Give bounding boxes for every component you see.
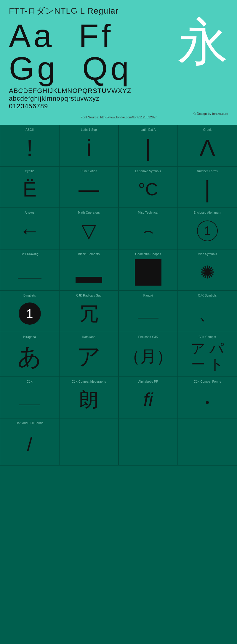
- grid-section: ASCII ! Latin 1 Sup i Latin Ext A | Gree…: [0, 125, 237, 466]
- geo-square: [135, 259, 161, 286]
- sym-katakana: ア: [62, 341, 116, 372]
- cell-katakana: Katakana ア: [59, 332, 118, 377]
- sym-empty1: [62, 424, 116, 461]
- sym-cyrillic: Ë: [3, 175, 57, 203]
- cell-cjkradicals: CJK Radicals Sup 冗: [59, 291, 118, 332]
- sym-cjksymbols: 、: [180, 300, 234, 328]
- kangxi-line: [138, 318, 158, 318]
- kanji-char: 永: [178, 17, 228, 67]
- cell-ascii: ASCII !: [0, 125, 59, 166]
- sym-arrows: ←: [3, 217, 57, 245]
- sym-blockelements: [62, 258, 116, 286]
- sym-halffull: /: [3, 427, 57, 461]
- cell-alphabeticpf: Alphabetic PF fi: [118, 377, 178, 418]
- cell-blockelements: Block Elements: [59, 249, 118, 291]
- label-punctuation: Punctuation: [81, 170, 97, 173]
- grid-container: ASCII ! Latin 1 Sup i Latin Ext A | Gree…: [0, 125, 237, 466]
- cell-latin1sup: Latin 1 Sup i: [59, 125, 118, 166]
- sym-alphabeticpf: fi: [121, 386, 175, 414]
- label-hiragana: Hiragana: [23, 335, 36, 339]
- cell-cjkcompat: CJK Compat ア パー ト: [178, 332, 237, 377]
- box-draw-line: [18, 278, 41, 278]
- sym-cjkcompatideo: 朗: [62, 386, 116, 414]
- sym-punctuation: —: [62, 175, 116, 203]
- sym-empty2: [121, 424, 175, 461]
- cell-empty3: [178, 418, 237, 466]
- label-boxdraw: Box Drawing: [21, 252, 39, 256]
- compat-dot: [206, 401, 209, 404]
- label-greek: Greek: [203, 128, 212, 131]
- header-section: FTT-ロダンNTLG L Regular Aa Ff Gg Qq 永 ABCD…: [0, 0, 237, 125]
- cell-arrows: Arrows ←: [0, 208, 59, 249]
- label-cyrillic: Cyrillic: [25, 170, 34, 173]
- alphabet-upper: ABCDEFGHIJKLMNOPQRSTUVWXYZ: [9, 87, 228, 95]
- cell-cyrillic: Cyrillic Ë: [0, 166, 59, 208]
- sym-latinexta: |: [121, 134, 175, 162]
- big-letters-row2: Gg Qq: [9, 52, 178, 85]
- label-cjkcompatideo: CJK Compat Ideographs: [72, 380, 106, 383]
- cell-miscsym: Misc Symbols ✺: [178, 249, 237, 291]
- sym-miscsym: ✺: [180, 258, 234, 286]
- source-line: Font Source: http://www.fontke.com/font/…: [9, 115, 228, 119]
- big-letters-row1: Aa Ff: [9, 20, 178, 52]
- cell-greek: Greek Λ: [178, 125, 237, 166]
- cell-numberforms: Number Forms |: [178, 166, 237, 208]
- label-blockelements: Block Elements: [78, 252, 100, 256]
- label-arrows: Arrows: [25, 211, 35, 214]
- label-miscsym: Misc Symbols: [198, 252, 217, 256]
- label-latin1sup: Latin 1 Sup: [81, 128, 97, 131]
- sym-empty3: [180, 424, 234, 461]
- label-numberforms: Number Forms: [197, 170, 218, 173]
- sym-numberforms: |: [180, 175, 234, 203]
- cell-cjkcompatideo: CJK Compat Ideographs 朗: [59, 377, 118, 418]
- cell-geoshapes: Geometric Shapes: [118, 249, 178, 291]
- cjk-line: [19, 405, 40, 405]
- sym-hiragana: あ: [3, 341, 57, 372]
- sym-boxdraw: [3, 258, 57, 286]
- label-dingbats: Dingbats: [23, 294, 36, 297]
- label-enclosed: Enclosed Alphanum: [193, 211, 221, 214]
- cell-letterlike: Letterlike Symbols °C: [118, 166, 178, 208]
- digits: 0123456789: [9, 102, 228, 110]
- big-letters-left: Aa Ff Gg Qq: [9, 20, 178, 85]
- sym-greek: Λ: [180, 134, 234, 162]
- sym-cjkcompat: ア パー ト: [180, 341, 234, 372]
- cell-misctech: Misc Technical ⌢: [118, 208, 178, 249]
- cell-dingbats: Dingbats 1: [0, 291, 59, 332]
- sym-cjkcompatforms: [180, 386, 234, 414]
- label-cjk: CJK: [27, 380, 33, 383]
- sym-kangxi: [121, 300, 175, 328]
- dingbat-circle: 1: [19, 302, 41, 325]
- label-misctech: Misc Technical: [138, 211, 158, 214]
- label-cjkcompat: CJK Compat: [198, 335, 216, 339]
- label-geoshapes: Geometric Shapes: [135, 252, 161, 256]
- sym-enclosed: 1: [180, 217, 234, 245]
- label-cjksymbols: CJK Symbols: [198, 294, 217, 297]
- label-cjkcompatforms: CJK Compat Forms: [194, 380, 221, 383]
- cell-empty2: [118, 418, 178, 466]
- alphabet-lower: abcdefghijklmnopqrstuvwxyz: [9, 95, 228, 102]
- sym-mathop: ▽: [62, 217, 116, 245]
- label-enclosedcjk: Enclosed CJK: [138, 335, 158, 339]
- sym-geoshapes: [121, 258, 175, 286]
- label-kangxi: Kangxi: [143, 294, 153, 297]
- sym-enclosedcjk: （月）: [121, 341, 175, 372]
- sym-ascii: !: [3, 134, 57, 162]
- cell-cjkcompatforms: CJK Compat Forms: [178, 377, 237, 418]
- cell-empty1: [59, 418, 118, 466]
- cell-kangxi: Kangxi: [118, 291, 178, 332]
- sym-cjkradicals: 冗: [62, 300, 116, 328]
- cell-enclosedcjk: Enclosed CJK （月）: [118, 332, 178, 377]
- label-katakana: Katakana: [82, 335, 96, 339]
- label-mathop: Math Operators: [78, 211, 100, 214]
- sym-dingbats: 1: [3, 300, 57, 328]
- label-letterlike: Letterlike Symbols: [135, 170, 161, 173]
- cell-boxdraw: Box Drawing: [0, 249, 59, 291]
- label-latinexta: Latin Ext A: [140, 128, 156, 131]
- sym-letterlike: °C: [121, 175, 175, 203]
- label-halffull: Half And Full Forms: [16, 421, 44, 425]
- label-cjkradicals: CJK Radicals Sup: [76, 294, 101, 297]
- sym-cjk: [3, 386, 57, 414]
- cell-hiragana: Hiragana あ: [0, 332, 59, 377]
- cell-cjksymbols: CJK Symbols 、: [178, 291, 237, 332]
